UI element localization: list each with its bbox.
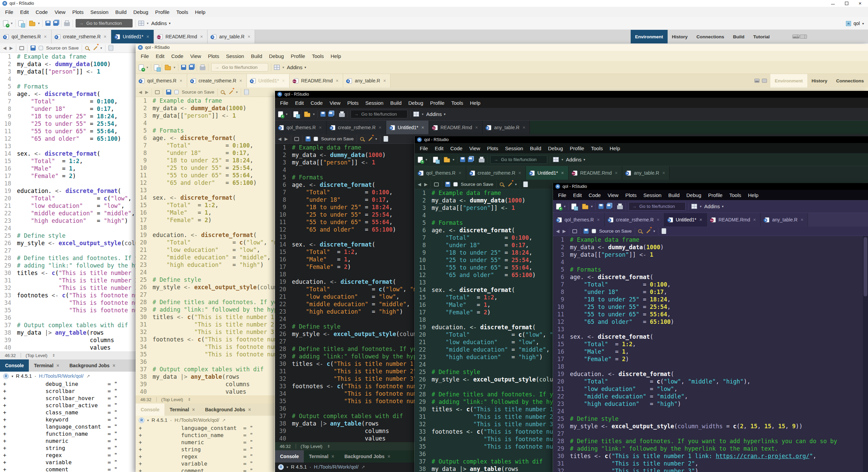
menu-item-build[interactable]: Build: [112, 9, 130, 15]
menu-item-help[interactable]: Help: [467, 100, 484, 106]
panes-grid-icon[interactable]: [413, 112, 419, 117]
tab-untitled1-[interactable]: Untitled1*×: [111, 30, 154, 43]
addins-button[interactable]: Addins▾: [566, 157, 585, 162]
menu-item-file[interactable]: File: [277, 100, 292, 106]
code-tools-icon[interactable]: [94, 46, 98, 50]
menu-item-help[interactable]: Help: [745, 192, 762, 198]
code-tools-icon[interactable]: [508, 182, 512, 186]
new-file-dropdown-icon[interactable]: ▾: [146, 65, 148, 69]
menu-item-session[interactable]: Session: [640, 192, 665, 198]
menu-item-plots[interactable]: Plots: [484, 145, 501, 151]
tab-close-icon[interactable]: ×: [200, 34, 203, 39]
tab-close-icon[interactable]: ×: [113, 363, 115, 368]
source-on-save-checkbox[interactable]: [453, 182, 458, 186]
tab-console[interactable]: Console: [0, 359, 29, 372]
restore-button[interactable]: [845, 2, 848, 5]
tab-close-icon[interactable]: ×: [336, 78, 338, 83]
menu-item-file[interactable]: File: [555, 192, 570, 198]
compile-report-icon[interactable]: [662, 228, 666, 234]
compile-report-icon[interactable]: [523, 181, 528, 187]
tab-create-rstheme-r[interactable]: create_rstheme.R×: [327, 121, 386, 134]
tab-console[interactable]: Console: [136, 404, 164, 416]
menu-item-session[interactable]: Session: [223, 53, 248, 59]
menu-item-tools[interactable]: Tools: [726, 192, 745, 198]
menu-item-debug[interactable]: Debug: [130, 9, 152, 15]
menu-item-file[interactable]: File: [137, 53, 152, 59]
tab-close-icon[interactable]: ×: [421, 125, 424, 130]
tab-console[interactable]: Console: [275, 450, 304, 463]
tab-readme-rmd[interactable]: README.Rmd×: [429, 121, 483, 134]
new-file-icon[interactable]: +: [3, 20, 8, 26]
tab-close-icon[interactable]: ×: [248, 407, 251, 412]
menu-item-debug[interactable]: Debug: [545, 145, 566, 151]
tab-history[interactable]: History: [807, 74, 832, 87]
menu-item-session[interactable]: Session: [502, 145, 527, 151]
panes-dropdown-icon[interactable]: ▾: [700, 204, 702, 208]
open-in-new-window-icon[interactable]: [434, 182, 439, 186]
menu-item-tools[interactable]: Tools: [448, 100, 467, 106]
menu-item-code[interactable]: Code: [447, 145, 466, 151]
goto-file-function-box[interactable]: →Go to file/function: [351, 110, 408, 118]
menu-item-view[interactable]: View: [604, 192, 622, 198]
menu-item-file[interactable]: File: [416, 145, 431, 151]
code-tools-dropdown-icon[interactable]: ▾: [100, 46, 102, 50]
menu-item-profile[interactable]: Profile: [705, 192, 726, 198]
tab-close-icon[interactable]: ×: [146, 34, 149, 39]
addins-button[interactable]: Addins▾: [426, 111, 446, 117]
menu-item-debug[interactable]: Debug: [265, 53, 287, 59]
tab-create-rstheme-r[interactable]: create_rstheme.R×: [466, 166, 526, 180]
find-replace-icon[interactable]: [500, 182, 504, 186]
menu-item-help[interactable]: Help: [192, 9, 209, 15]
tab-tutorial[interactable]: Tutorial: [749, 30, 774, 43]
tab-terminal[interactable]: Terminal×: [164, 404, 200, 416]
tab-any-table-r[interactable]: any_table.R×: [482, 121, 530, 134]
open-in-new-icon[interactable]: ↗: [361, 465, 365, 470]
open-dropdown-icon[interactable]: ▾: [591, 204, 593, 208]
forward-icon[interactable]: ▶: [563, 229, 566, 234]
panes-grid-icon[interactable]: [138, 21, 144, 26]
panes-grid-icon[interactable]: [553, 157, 559, 162]
tab-connections[interactable]: Connections: [692, 30, 729, 43]
tab-close-icon[interactable]: ×: [753, 217, 756, 222]
tab-close-icon[interactable]: ×: [475, 125, 478, 130]
hyperlink[interactable]: https://cran.r-project.org/: [716, 453, 809, 459]
tab-close-icon[interactable]: ×: [104, 34, 106, 39]
find-replace-icon[interactable]: [85, 46, 89, 50]
tab-build[interactable]: Build: [729, 30, 749, 43]
editor-scrollbar[interactable]: [863, 236, 868, 472]
new-file-dropdown-icon[interactable]: ▾: [286, 112, 288, 116]
menu-item-profile[interactable]: Profile: [152, 9, 173, 15]
tab-connections[interactable]: Connections: [832, 74, 868, 87]
tab-close-icon[interactable]: ×: [561, 170, 564, 176]
forward-icon[interactable]: ▶: [145, 90, 149, 95]
code-tools-icon[interactable]: [647, 229, 651, 233]
source-on-save-checkbox[interactable]: [174, 90, 179, 94]
panes-dropdown-icon[interactable]: ▾: [422, 112, 423, 116]
code-tools-icon[interactable]: [229, 90, 233, 94]
save-all-icon[interactable]: [468, 157, 473, 162]
pane-minimize-icon[interactable]: [754, 79, 760, 83]
open-dropdown-icon[interactable]: ▾: [174, 65, 175, 69]
menu-item-code[interactable]: Code: [168, 53, 187, 59]
forward-icon[interactable]: ▶: [9, 45, 13, 51]
tab-close-icon[interactable]: ×: [57, 363, 59, 368]
minimize-button[interactable]: [831, 2, 835, 4]
open-dropdown-icon[interactable]: ▾: [453, 158, 454, 161]
new-file-icon[interactable]: +: [556, 203, 561, 210]
print-icon[interactable]: [200, 66, 205, 70]
tab-qol-themes-r[interactable]: qol_themes.R×: [0, 30, 52, 43]
menu-item-edit[interactable]: Edit: [292, 100, 307, 106]
tab-any-table-r[interactable]: any_table.R×: [622, 166, 670, 180]
compile-report-icon[interactable]: [244, 89, 249, 95]
menu-item-session[interactable]: Session: [362, 100, 387, 106]
menu-item-plots[interactable]: Plots: [204, 53, 222, 59]
menu-item-code[interactable]: Code: [307, 100, 326, 106]
tab-create-rstheme-r[interactable]: create_rstheme.R×: [187, 74, 247, 87]
compile-report-icon[interactable]: [108, 45, 113, 51]
menu-item-tools[interactable]: Tools: [588, 145, 606, 151]
menu-item-help[interactable]: Help: [606, 145, 624, 151]
open-in-new-window-icon[interactable]: [572, 229, 577, 233]
tab-background-jobs[interactable]: Background Jobs×: [64, 359, 120, 372]
back-icon[interactable]: ◀: [278, 136, 281, 141]
open-in-new-window-icon[interactable]: [294, 137, 299, 141]
